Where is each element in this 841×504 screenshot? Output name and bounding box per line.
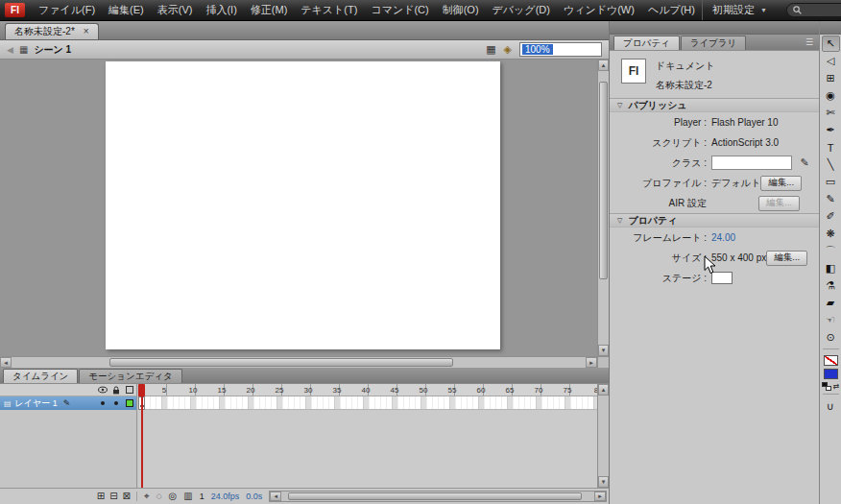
scroll-up-icon[interactable]: ▴ xyxy=(598,60,609,71)
class-edit-pencil-icon[interactable]: ✎ xyxy=(796,156,813,169)
edit-scene-button[interactable]: ▦ xyxy=(486,43,495,56)
back-arrow-icon[interactable]: ◀ xyxy=(7,45,13,55)
timeline-frames-area[interactable]: 5 10 15 20 25 30 35 40 45 50 55 60 65 70… xyxy=(138,384,597,488)
section-header-publish[interactable]: ▽ パブリッシュ xyxy=(610,98,819,112)
frame-rate-value[interactable]: 24.0fps xyxy=(211,492,240,501)
layer-name[interactable]: レイヤー 1 xyxy=(15,397,58,410)
layer-name-cell[interactable]: ▤ レイヤー 1 ✎ xyxy=(0,397,96,410)
paint-bucket-tool[interactable]: ◧ xyxy=(822,260,840,276)
class-input[interactable] xyxy=(711,156,792,170)
fill-color-swatch[interactable] xyxy=(824,369,838,379)
rectangle-tool[interactable]: ▭ xyxy=(822,174,840,190)
menu-file[interactable]: ファイル(F) xyxy=(32,0,102,20)
subselection-tool[interactable]: ◁ xyxy=(822,53,840,69)
menu-commands[interactable]: コマンド(C) xyxy=(364,0,435,20)
layer-lock-dot[interactable] xyxy=(109,401,123,405)
stage-vertical-scrollbar[interactable]: ▴ ▾ xyxy=(597,60,609,356)
scroll-left-icon[interactable]: ◂ xyxy=(0,357,12,368)
layer-visibility-dot[interactable] xyxy=(96,401,109,405)
eyedropper-tool[interactable]: ⚗ xyxy=(822,277,840,294)
brush-tool[interactable]: ✐ xyxy=(822,208,840,225)
search-box[interactable] xyxy=(786,3,841,17)
zoom-tool[interactable]: ⊙ xyxy=(822,329,840,346)
menu-modify[interactable]: 修正(M) xyxy=(244,0,295,20)
onion-skin-outlines-button[interactable]: ◎ xyxy=(169,492,178,501)
new-folder-button[interactable]: ⊟ xyxy=(109,492,117,501)
timeline-hscroll-thumb[interactable] xyxy=(288,492,582,500)
scroll-right-icon[interactable]: ▸ xyxy=(586,357,597,368)
default-colors-button[interactable] xyxy=(822,382,831,391)
hand-tool[interactable]: ☜ xyxy=(822,312,840,328)
tab-timeline[interactable]: タイムライン xyxy=(3,369,78,383)
stage-canvas[interactable] xyxy=(106,61,500,349)
snap-to-objects-button[interactable]: ∪ xyxy=(822,398,840,415)
tab-library[interactable]: ライブラリ xyxy=(681,36,747,50)
menu-help[interactable]: ヘルプ(H) xyxy=(641,0,702,20)
bone-tool[interactable]: ⌒ xyxy=(822,243,840,259)
scroll-left-icon[interactable]: ◂ xyxy=(270,492,281,501)
timeline-horizontal-scrollbar[interactable]: ◂ ▸ xyxy=(269,491,607,502)
timeline-vscroll-track[interactable] xyxy=(598,396,609,476)
search-input[interactable] xyxy=(805,5,841,15)
text-tool[interactable]: T xyxy=(822,139,840,156)
playhead-handle[interactable] xyxy=(138,384,145,396)
workspace-switcher[interactable]: 初期設定 ▼ xyxy=(702,0,777,20)
document-name-field[interactable]: 名称未設定-2 xyxy=(656,79,714,92)
free-transform-tool[interactable]: ⊞ xyxy=(822,70,840,86)
layer-frames-track[interactable] xyxy=(138,396,597,410)
menu-window[interactable]: ウィンドウ(W) xyxy=(557,0,641,20)
timeline-ruler[interactable]: 5 10 15 20 25 30 35 40 45 50 55 60 65 70… xyxy=(138,384,597,396)
layer-outline-color[interactable] xyxy=(123,399,136,407)
scroll-down-icon[interactable]: ▾ xyxy=(598,476,609,488)
timeline-hscroll-track[interactable] xyxy=(281,492,594,501)
swap-colors-button[interactable]: ⇄ xyxy=(833,382,840,391)
menu-edit[interactable]: 編集(E) xyxy=(102,0,151,20)
3d-rotation-tool[interactable]: ◉ xyxy=(822,87,840,104)
scroll-right-icon[interactable]: ▸ xyxy=(594,492,606,501)
eraser-tool[interactable]: ▰ xyxy=(822,295,840,311)
show-hide-column-toggle[interactable] xyxy=(96,386,109,394)
stage-vscroll-thumb[interactable] xyxy=(599,82,608,278)
delete-layer-button[interactable]: ⊠ xyxy=(123,492,131,501)
stroke-color-swatch[interactable] xyxy=(824,355,838,366)
edit-symbol-button[interactable]: ◈ xyxy=(504,43,512,56)
air-edit-button[interactable]: 編集... xyxy=(758,196,800,211)
zoom-level-input[interactable]: 100% xyxy=(519,42,602,57)
player-label: Player : xyxy=(610,117,711,128)
layer-row[interactable]: ▤ レイヤー 1 ✎ xyxy=(0,396,136,410)
profile-edit-button[interactable]: 編集... xyxy=(760,176,802,191)
onion-skin-button[interactable]: ◌ xyxy=(156,492,162,501)
stage-horizontal-scrollbar[interactable]: ◂ ▸ xyxy=(0,356,597,368)
tab-motion-editor[interactable]: モーションエディタ xyxy=(79,369,181,383)
menu-text[interactable]: テキスト(T) xyxy=(294,0,364,20)
menu-control[interactable]: 制御(O) xyxy=(436,0,486,20)
stage-vscroll-track[interactable] xyxy=(598,71,609,345)
selection-tool[interactable]: ↖ xyxy=(822,36,840,52)
edit-multiple-frames-button[interactable]: ▥ xyxy=(183,492,192,501)
pencil-tool[interactable]: ✎ xyxy=(822,191,840,207)
scroll-up-icon[interactable]: ▴ xyxy=(598,384,609,396)
center-frame-button[interactable]: ⌖ xyxy=(144,492,150,501)
timeline-vertical-scrollbar[interactable]: ▴ ▾ xyxy=(597,384,609,488)
stage-color-swatch[interactable] xyxy=(711,272,733,284)
panel-menu-icon[interactable]: ☰ xyxy=(805,37,819,50)
line-tool[interactable]: ╲ xyxy=(822,156,840,173)
tab-properties[interactable]: プロパティ xyxy=(613,36,680,50)
menu-debug[interactable]: デバッグ(D) xyxy=(486,0,557,20)
document-tab-close-icon[interactable]: × xyxy=(84,27,89,36)
section-header-properties[interactable]: ▽ プロパティ xyxy=(610,213,819,228)
size-edit-button[interactable]: 編集... xyxy=(766,251,807,266)
framerate-value[interactable]: 24.00 xyxy=(711,232,800,243)
stage-hscroll-track[interactable] xyxy=(12,357,586,368)
lasso-tool[interactable]: ✄ xyxy=(822,105,840,121)
scroll-down-icon[interactable]: ▾ xyxy=(598,345,609,356)
menu-insert[interactable]: 挿入(I) xyxy=(199,0,243,20)
document-tab[interactable]: 名称未設定-2* × xyxy=(5,23,99,39)
menu-view[interactable]: 表示(V) xyxy=(151,0,200,20)
outline-column-toggle[interactable] xyxy=(123,386,136,394)
deco-tool[interactable]: ❋ xyxy=(822,226,840,242)
lock-column-toggle[interactable] xyxy=(109,386,123,395)
stage-hscroll-thumb[interactable] xyxy=(109,358,454,367)
new-layer-button[interactable]: ⊞ xyxy=(97,492,105,501)
pen-tool[interactable]: ✒ xyxy=(822,122,840,138)
